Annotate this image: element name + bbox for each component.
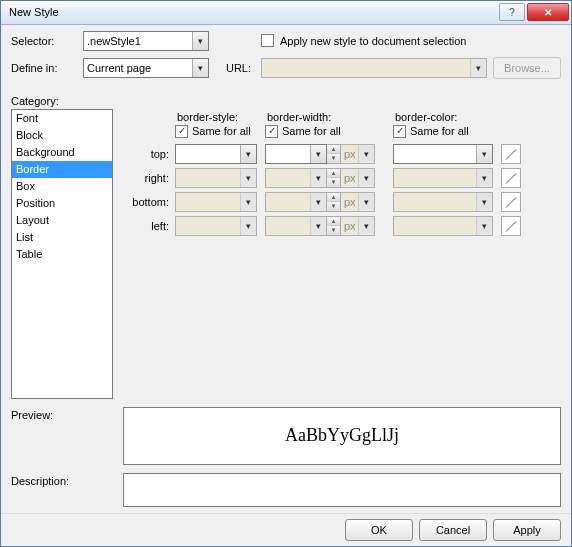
- border-grid: top: ▲▼ px right: ▲▼ px: [123, 144, 561, 236]
- body-area: Category: Font Block Background Border B…: [1, 95, 571, 513]
- width-right-unit: px: [341, 168, 375, 188]
- chevron-down-icon[interactable]: [192, 59, 208, 77]
- window-title: New Style: [9, 6, 497, 18]
- color-right-swatch: [501, 168, 521, 188]
- titlebar: New Style ? ✕: [1, 1, 571, 25]
- selector-value: .newStyle1: [87, 35, 141, 47]
- side-label-left: left:: [123, 220, 175, 232]
- style-same-checkbox[interactable]: [175, 125, 188, 138]
- color-left-swatch: [501, 216, 521, 236]
- width-left-combo: [265, 216, 327, 236]
- chevron-down-icon: [240, 169, 256, 187]
- cancel-button[interactable]: Cancel: [419, 519, 487, 541]
- category-item-border[interactable]: Border: [12, 161, 112, 178]
- style-top-combo[interactable]: [175, 144, 257, 164]
- ok-button[interactable]: OK: [345, 519, 413, 541]
- category-item-block[interactable]: Block: [12, 127, 112, 144]
- side-label-right: right:: [123, 172, 175, 184]
- color-bottom-combo: [393, 192, 493, 212]
- chevron-down-icon: [476, 193, 492, 211]
- chevron-down-icon: [240, 217, 256, 235]
- define-in-combo[interactable]: Current page: [83, 58, 209, 78]
- chevron-down-icon[interactable]: [240, 145, 256, 163]
- width-left-spinner: ▲▼: [327, 216, 341, 236]
- category-item-background[interactable]: Background: [12, 144, 112, 161]
- chevron-down-icon: [358, 145, 374, 163]
- style-same-label: Same for all: [192, 125, 251, 137]
- category-item-list[interactable]: List: [12, 229, 112, 246]
- define-in-label: Define in:: [11, 62, 77, 74]
- border-panel: border-style: Same for all border-width:…: [123, 109, 561, 399]
- width-bottom-spinner: ▲▼: [327, 192, 341, 212]
- chevron-down-icon: [476, 169, 492, 187]
- width-bottom-unit: px: [341, 192, 375, 212]
- define-in-value: Current page: [87, 62, 151, 74]
- selector-label: Selector:: [11, 35, 77, 47]
- border-style-header: border-style:: [175, 111, 265, 123]
- top-form: Selector: .newStyle1 Apply new style to …: [1, 25, 571, 95]
- category-item-position[interactable]: Position: [12, 195, 112, 212]
- description-label: Description:: [11, 473, 113, 507]
- style-bottom-combo: [175, 192, 257, 212]
- width-same-label: Same for all: [282, 125, 341, 137]
- chevron-down-icon: [310, 169, 326, 187]
- chevron-down-icon: [310, 193, 326, 211]
- chevron-down-icon[interactable]: [310, 145, 326, 163]
- description-box: [123, 473, 561, 507]
- category-item-layout[interactable]: Layout: [12, 212, 112, 229]
- chevron-down-icon[interactable]: [192, 32, 208, 50]
- new-style-dialog: New Style ? ✕ Selector: .newStyle1 Apply…: [0, 0, 572, 547]
- category-label: Category:: [11, 95, 561, 107]
- apply-doc-label: Apply new style to document selection: [280, 35, 467, 47]
- category-item-table[interactable]: Table: [12, 246, 112, 263]
- chevron-down-icon: [358, 169, 374, 187]
- chevron-down-icon: [476, 217, 492, 235]
- chevron-down-icon: [310, 217, 326, 235]
- side-label-bottom: bottom:: [123, 196, 175, 208]
- width-top-unit: px: [341, 144, 375, 164]
- dialog-buttons: OK Cancel Apply: [1, 513, 571, 547]
- chevron-down-icon: [358, 217, 374, 235]
- chevron-down-icon: [358, 193, 374, 211]
- width-left-unit: px: [341, 216, 375, 236]
- color-top-swatch[interactable]: [501, 144, 521, 164]
- color-bottom-swatch: [501, 192, 521, 212]
- apply-doc-checkbox[interactable]: [261, 34, 274, 47]
- color-same-label: Same for all: [410, 125, 469, 137]
- category-item-font[interactable]: Font: [12, 110, 112, 127]
- chevron-down-icon[interactable]: [476, 145, 492, 163]
- width-right-spinner: ▲▼: [327, 168, 341, 188]
- color-right-combo: [393, 168, 493, 188]
- close-button[interactable]: ✕: [527, 3, 569, 21]
- width-bottom-combo: [265, 192, 327, 212]
- help-button[interactable]: ?: [499, 3, 525, 21]
- preview-sample: AaBbYyGgLlJj: [285, 425, 399, 446]
- side-label-top: top:: [123, 148, 175, 160]
- apply-button[interactable]: Apply: [493, 519, 561, 541]
- chevron-down-icon: [240, 193, 256, 211]
- width-same-checkbox[interactable]: [265, 125, 278, 138]
- width-top-combo[interactable]: [265, 144, 327, 164]
- chevron-down-icon: [470, 59, 486, 77]
- style-right-combo: [175, 168, 257, 188]
- border-width-header: border-width:: [265, 111, 393, 123]
- url-combo: [261, 58, 487, 78]
- preview-label: Preview:: [11, 407, 113, 465]
- width-top-spinner[interactable]: ▲▼: [327, 144, 341, 164]
- url-label: URL:: [215, 62, 255, 74]
- category-item-box[interactable]: Box: [12, 178, 112, 195]
- color-top-combo[interactable]: [393, 144, 493, 164]
- color-same-checkbox[interactable]: [393, 125, 406, 138]
- selector-combo[interactable]: .newStyle1: [83, 31, 209, 51]
- style-left-combo: [175, 216, 257, 236]
- preview-box: AaBbYyGgLlJj: [123, 407, 561, 465]
- browse-button: Browse...: [493, 57, 561, 79]
- width-right-combo: [265, 168, 327, 188]
- category-listbox[interactable]: Font Block Background Border Box Positio…: [11, 109, 113, 399]
- color-left-combo: [393, 216, 493, 236]
- border-color-header: border-color:: [393, 111, 501, 123]
